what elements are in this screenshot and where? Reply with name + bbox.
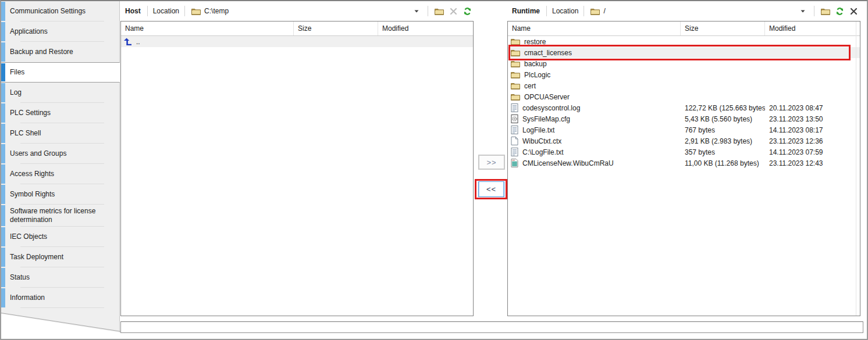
file-name-text: WibuCtxt.ctx [522,137,561,145]
runtime-new-folder-button[interactable] [819,5,833,17]
column-header-modified[interactable]: Modified [765,22,860,35]
refresh-icon [463,7,472,16]
toolbar-separator [184,6,185,16]
folder-icon [191,8,201,15]
file-name-cell: LogFile.txt [508,126,681,134]
file-row-cmlicensenew-wibucmrau[interactable]: cmCMLicenseNew.WibuCmRaU11,00 KB (11.268… [508,158,860,169]
column-header-size[interactable]: Size [294,22,378,35]
file-name-cell: WibuCtxt.ctx [508,137,681,145]
chevron-down-icon [414,10,419,13]
tab-accent-stripe [1,268,5,287]
sidebar-item-label: Access Rights [10,170,54,178]
runtime-refresh-button[interactable] [833,5,846,17]
sidebar-item-label: Software metrics for license determinati… [10,207,113,224]
file-row-restore[interactable]: restore [508,36,860,47]
file-name-text: OPCUAServer [524,93,570,101]
tab-accent-stripe [1,124,5,143]
tab-accent-stripe [1,22,5,41]
file-name-text: cmact_licenses [524,49,572,57]
sidebar-item-access-rights[interactable]: Access Rights [1,164,119,184]
sidebar-item-information[interactable]: Information [1,288,119,308]
file-name-text: .. [136,38,140,46]
tab-accent-stripe [1,205,5,226]
folder-icon [511,71,520,78]
host-file-list: Name Size Modified .. [120,21,474,316]
config-file-icon [511,114,518,123]
tab-accent-stripe [1,2,5,21]
runtime-path-combo[interactable]: / [588,5,810,17]
host-tab-label[interactable]: Host [120,7,143,15]
host-new-folder-button[interactable] [432,5,446,17]
sidebar-item-log[interactable]: Log [1,83,119,103]
file-name-cell: OPCUAServer [508,93,681,101]
file-row-plclogic[interactable]: PlcLogic [508,69,860,80]
file-row-cert[interactable]: cert [508,80,860,91]
license-file-icon: cm [511,159,518,167]
chevron-down-icon [801,10,805,13]
file-name-text: C:\LogFile.txt [522,148,564,156]
file-row-backup[interactable]: backup [508,58,860,69]
file-name-text: codesyscontrol.log [522,104,580,112]
file-row-cmact-licenses[interactable]: cmact_licenses [508,47,860,58]
file-name-cell: codesyscontrol.log [508,103,681,112]
copy-to-host-button[interactable]: << [478,181,504,197]
file-name-text: backup [524,60,547,68]
file-row-codesyscontrol-log[interactable]: codesyscontrol.log122,72 KB (125.663 byt… [508,102,860,113]
runtime-list-header: Name Size Modified [508,22,860,36]
sidebar-item-backup-and-restore[interactable]: Backup and Restore [1,42,119,62]
sidebar-item-communication-settings[interactable]: Communication Settings [1,1,119,22]
file-row-[interactable]: .. [121,36,473,47]
sidebar-item-status[interactable]: Status [1,267,119,288]
file-name-text: LogFile.txt [522,126,554,134]
sidebar-item-files[interactable]: Files [1,62,120,83]
column-header-name[interactable]: Name [121,22,294,35]
file-size-cell: 122,72 KB (125.663 bytes) [681,104,765,112]
toolbar-separator [814,6,814,16]
runtime-tab-label[interactable]: Runtime [507,7,542,15]
host-path-combo[interactable]: C:\temp [189,5,424,17]
column-header-modified[interactable]: Modified [378,22,473,35]
refresh-icon [835,7,844,16]
tab-accent-stripe [1,63,5,81]
file-row-c-logfile-txt[interactable]: C:\LogFile.txt357 bytes14.11.2023 07:59 [508,146,860,158]
host-list-header: Name Size Modified [121,22,473,36]
sidebar-item-label: Task Deployment [10,253,63,262]
status-bar [120,321,863,333]
sidebar-item-plc-shell[interactable]: PLC Shell [1,123,119,144]
host-refresh-button[interactable] [460,5,474,17]
blank-file-icon [511,137,518,145]
file-row-opcuaserver[interactable]: OPCUAServer [508,91,860,102]
file-row-sysfilemap-cfg[interactable]: SysFileMap.cfg5,43 KB (5.560 bytes)23.11… [508,113,860,124]
copy-to-runtime-button[interactable]: >> [478,155,505,170]
svg-text:cm: cm [512,159,515,162]
sidebar-item-iec-objects[interactable]: IEC Objects [1,227,119,247]
host-path-dropdown-button[interactable] [412,9,421,14]
sidebar-item-applications[interactable]: Applications [1,22,119,42]
file-name-text: SysFileMap.cfg [522,115,570,123]
file-row-logfile-txt[interactable]: LogFile.txt767 bytes14.11.2023 08:17 [508,124,860,135]
file-size-cell: 357 bytes [681,148,765,156]
sidebar-item-task-deployment[interactable]: Task Deployment [1,247,119,267]
sidebar: Communication SettingsApplicationsBackup… [1,1,120,336]
sidebar-item-users-and-groups[interactable]: Users and Groups [1,144,119,164]
runtime-path-dropdown-button[interactable] [798,9,807,14]
file-row-wibuctxt-ctx[interactable]: WibuCtxt.ctx2,91 KB (2.983 bytes)23.11.2… [508,135,860,146]
sidebar-item-software-metrics-for-license-determination[interactable]: Software metrics for license determinati… [1,205,119,227]
column-header-size[interactable]: Size [681,22,765,35]
column-header-name[interactable]: Name [508,22,681,35]
host-toolbar: Host Location C:\temp [120,3,474,19]
sidebar-item-label: Communication Settings [10,7,86,16]
sidebar-item-label: Information [10,294,45,302]
sidebar-item-label: Backup and Restore [10,48,73,56]
tab-accent-stripe [1,144,5,163]
runtime-delete-button[interactable] [846,5,860,17]
file-modified-cell: 14.11.2023 08:17 [765,126,860,134]
new-folder-icon [435,8,444,15]
sidebar-item-symbol-rights[interactable]: Symbol Rights [1,184,119,205]
host-delete-button[interactable] [446,5,460,17]
file-name-text: PlcLogic [524,71,550,79]
tab-accent-stripe [1,227,5,246]
tab-accent-stripe [1,42,5,62]
sidebar-item-plc-settings[interactable]: PLC Settings [1,103,119,123]
tab-accent-stripe [1,248,5,267]
